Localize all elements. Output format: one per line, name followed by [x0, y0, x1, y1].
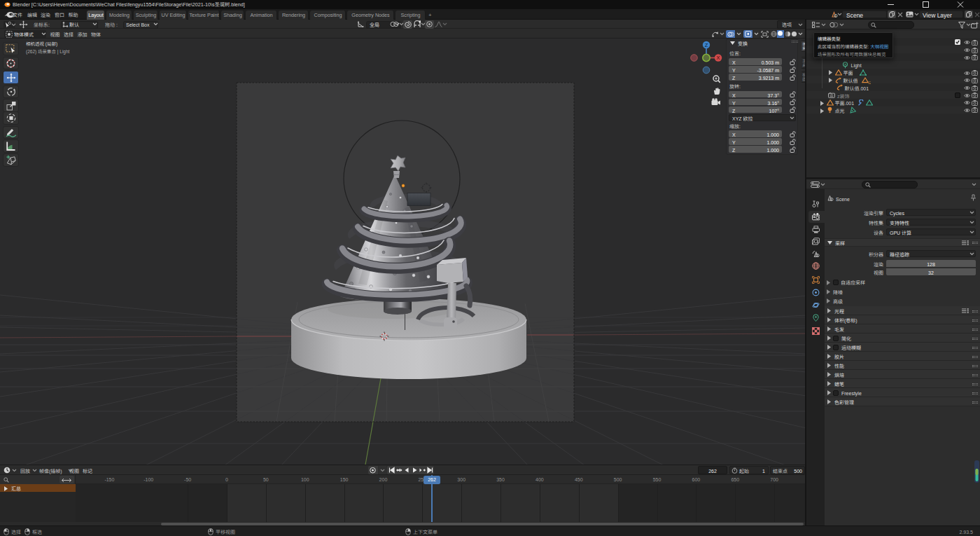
- svg-text:X: X: [716, 55, 720, 61]
- svg-text:12: 12: [868, 81, 871, 83]
- svg-text:Z: Z: [705, 42, 708, 48]
